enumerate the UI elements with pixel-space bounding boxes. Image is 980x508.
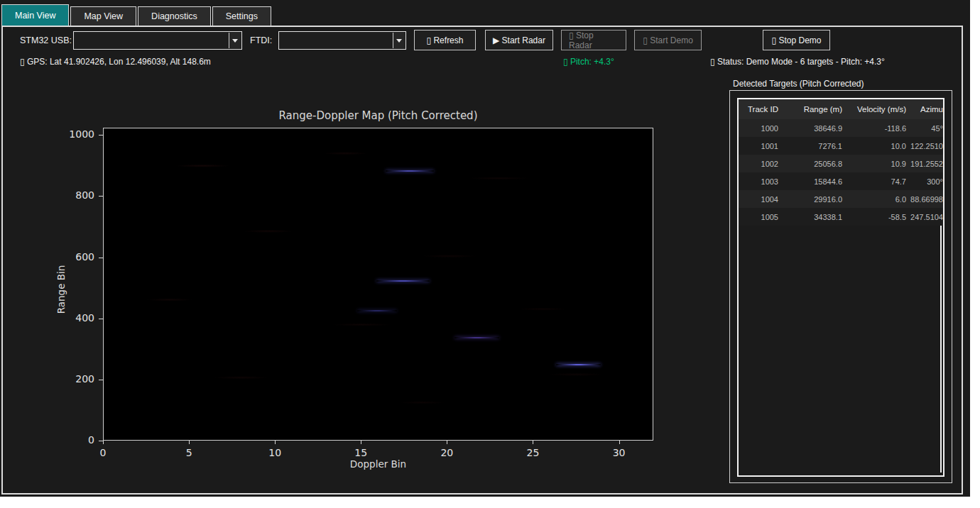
- tab-bar: Main View Map View Diagnostics Settings: [1, 4, 273, 26]
- table-cell: -58.5: [846, 213, 910, 221]
- tab-diagnostics[interactable]: Diagnostics: [138, 6, 211, 26]
- range-doppler-plot: [103, 128, 653, 441]
- y-tick-mark: [99, 196, 103, 197]
- x-tick-mark: [533, 441, 533, 444]
- table-cell: 1004: [739, 195, 783, 204]
- x-axis-label: Doppler Bin: [103, 458, 653, 470]
- x-tick-label: 20: [429, 447, 464, 458]
- x-tick-label: 15: [343, 447, 379, 458]
- table-cell: 300°: [910, 177, 943, 186]
- y-tick-mark: [99, 319, 103, 319]
- table-cell: 1002: [739, 160, 783, 168]
- table-cell: 122.2510: [910, 142, 943, 150]
- y-tick-label: 200: [59, 373, 94, 385]
- column-header[interactable]: Range (m): [783, 105, 846, 114]
- targets-panel-title: Detected Targets (Pitch Corrected): [733, 79, 864, 89]
- table-row[interactable]: 100429916.06.088.66998: [739, 190, 943, 208]
- x-tick-mark: [361, 441, 361, 444]
- tab-label: Diagnostics: [151, 11, 197, 21]
- column-header[interactable]: Velocity (m/s): [846, 105, 910, 114]
- table-scrollbar[interactable]: [940, 226, 942, 473]
- table-row[interactable]: 100315844.674.7300°: [739, 172, 943, 190]
- column-header[interactable]: Track ID: [739, 105, 783, 114]
- tab-label: Settings: [226, 11, 258, 21]
- y-tick-label: 1000: [59, 128, 94, 140]
- tab-main-view[interactable]: Main View: [1, 4, 69, 26]
- y-tick-label: 400: [59, 312, 94, 324]
- target-blip: [556, 364, 601, 365]
- target-blip: [357, 310, 397, 311]
- app-window: Main View Map View Diagnostics Settings …: [0, 0, 970, 497]
- x-tick-mark: [275, 441, 276, 444]
- chart-title: Range-Doppler Map (Pitch Corrected): [103, 109, 653, 122]
- table-cell: 1000: [739, 124, 783, 133]
- tab-label: Map View: [84, 11, 123, 21]
- table-cell: 38646.9: [783, 124, 846, 133]
- tab-settings[interactable]: Settings: [212, 6, 271, 26]
- table-cell: -118.6: [846, 124, 910, 133]
- table-cell: 191.2552: [910, 160, 943, 168]
- table-cell: 10.0: [846, 142, 910, 150]
- table-cell: 29916.0: [783, 195, 846, 204]
- tab-map-view[interactable]: Map View: [70, 6, 136, 26]
- table-cell: 1001: [739, 142, 783, 150]
- y-axis-label: Range Bin: [55, 261, 67, 318]
- target-blip: [376, 280, 430, 282]
- x-tick-mark: [189, 441, 190, 444]
- table-cell: 34338.1: [783, 213, 846, 221]
- y-tick-label: 600: [59, 251, 94, 263]
- targets-table: Track IDRange (m)Velocity (m/s)Azimu 100…: [737, 98, 944, 477]
- y-tick-mark: [99, 380, 103, 380]
- table-body: 100038646.9-118.645°10017276.110.0122.25…: [739, 119, 943, 226]
- y-tick-mark: [99, 441, 103, 441]
- table-cell: 6.0: [846, 195, 910, 204]
- table-cell: 1005: [739, 213, 783, 221]
- table-cell: 10.9: [846, 160, 910, 168]
- table-cell: 74.7: [846, 177, 910, 186]
- x-tick-label: 30: [601, 447, 637, 458]
- table-cell: 247.5104: [910, 213, 943, 221]
- table-row[interactable]: 100534338.1-58.5247.5104: [739, 208, 943, 226]
- y-tick-mark: [99, 135, 103, 136]
- table-cell: 88.66998: [910, 195, 943, 204]
- tab-label: Main View: [15, 11, 55, 21]
- x-tick-label: 25: [515, 447, 550, 458]
- x-tick-mark: [103, 441, 104, 444]
- x-tick-mark: [447, 441, 447, 444]
- x-tick-label: 5: [171, 447, 207, 458]
- column-header[interactable]: Azimu: [910, 105, 943, 114]
- table-cell: 1003: [739, 177, 783, 186]
- y-tick-label: 800: [59, 189, 94, 201]
- target-blip: [386, 170, 434, 172]
- x-tick-label: 0: [85, 447, 121, 458]
- target-blip: [454, 337, 499, 338]
- table-header-row: Track IDRange (m)Velocity (m/s)Azimu: [739, 99, 943, 119]
- table-cell: 15844.6: [783, 177, 846, 186]
- table-row[interactable]: 10017276.110.0122.2510: [739, 137, 943, 155]
- x-tick-label: 10: [257, 447, 293, 458]
- table-row[interactable]: 100038646.9-118.645°: [739, 119, 943, 137]
- table-cell: 7276.1: [783, 142, 846, 150]
- table-cell: 25056.8: [783, 160, 846, 168]
- y-tick-mark: [99, 258, 103, 258]
- table-cell: 45°: [910, 124, 943, 133]
- table-row[interactable]: 100225056.810.9191.2552: [739, 155, 943, 172]
- y-tick-label: 0: [59, 434, 94, 446]
- x-tick-mark: [619, 441, 620, 444]
